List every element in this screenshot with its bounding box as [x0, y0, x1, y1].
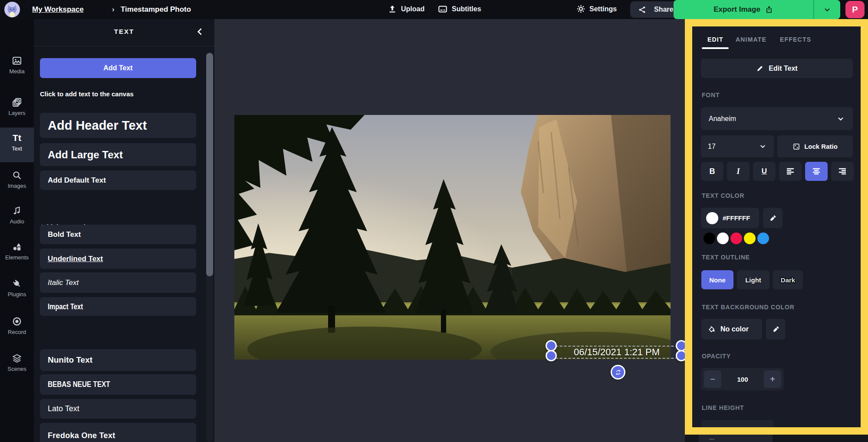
canvas-photo[interactable] [234, 115, 671, 360]
swatch-blue[interactable] [757, 232, 769, 244]
swatch-yellow[interactable] [744, 232, 756, 244]
sidebar-item-layers[interactable]: Layers [0, 97, 34, 116]
fredoka-one-text-card[interactable]: Fredoka One Text [40, 423, 196, 442]
swatch-red[interactable] [730, 232, 742, 244]
card-label: Lato Text [48, 404, 79, 413]
kapwing-logo[interactable] [4, 2, 20, 17]
export-options-menu-button[interactable] [814, 0, 840, 19]
tab-effects[interactable]: EFFECTS [780, 36, 811, 43]
outline-dark-label: Dark [781, 276, 795, 284]
subtitles-button[interactable]: Subtitles [437, 4, 481, 14]
add-text-label: Add Text [103, 64, 132, 72]
align-center-button[interactable] [805, 162, 828, 181]
opacity-label: OPACITY [702, 353, 731, 360]
sidebar-item-scenes[interactable]: Scenes [0, 353, 34, 372]
no-color-button[interactable]: No color [701, 319, 762, 340]
rotate-handle[interactable] [611, 365, 625, 380]
add-default-text-card[interactable]: Add Default Text [40, 170, 196, 190]
edit-text-label: Edit Text [769, 65, 797, 72]
sidebar-item-text[interactable]: Tt Text [0, 133, 34, 152]
export-share-icon [765, 5, 773, 14]
add-text-button[interactable]: Add Text [40, 58, 196, 78]
chevron-down-icon [836, 115, 845, 123]
add-header-text-card[interactable]: Add Header Text [40, 113, 196, 138]
outline-none-label: None [709, 276, 726, 284]
sidebar-item-audio[interactable]: Audio [0, 206, 34, 225]
text-color-eyedropper-button[interactable] [763, 208, 783, 228]
swatch-white[interactable] [717, 232, 729, 244]
sidebar-item-label: Media [9, 68, 24, 75]
align-left-button[interactable] [779, 162, 802, 181]
upload-button[interactable]: Upload [388, 4, 424, 14]
cat-logo-icon [4, 2, 20, 17]
line-height-select[interactable] [701, 420, 774, 435]
resize-handle-left-bottom[interactable] [546, 350, 557, 361]
export-image-button[interactable]: Export Image [674, 0, 813, 19]
opacity-value: 100 [737, 376, 748, 383]
sidebar-item-media[interactable]: Media [0, 56, 34, 75]
underline-button[interactable]: U [753, 162, 776, 181]
bold-glyph: B [710, 167, 715, 176]
bold-text-card[interactable]: Bold Text [40, 225, 196, 244]
lato-text-card[interactable]: Lato Text [40, 399, 196, 419]
edit-panel: EDIT ANIMATE EFFECTS Edit Text FONT Anah… [692, 26, 861, 427]
subtitles-label: Subtitles [452, 5, 481, 13]
scenes-icon [12, 353, 22, 363]
timestamp-text-layer[interactable]: 06/15/2021 1:21 PM [574, 347, 660, 358]
topbar: My Workspace › Timestamped Photo Upload … [0, 0, 868, 19]
no-color-bucket-icon [707, 325, 716, 334]
current-color-circle [706, 212, 718, 224]
nunito-text-card[interactable]: Nunito Text [40, 349, 196, 371]
font-family-select[interactable]: Anaheim [701, 107, 853, 130]
bebas-neue-text-card[interactable]: BEBAS NEUE TEXT [40, 374, 196, 395]
align-right-button[interactable] [831, 162, 854, 181]
plug-icon [12, 278, 22, 289]
sidebar-item-elements[interactable]: Elements [0, 242, 34, 261]
line-height-partial-text: ... [709, 434, 715, 441]
chevron-left-icon [195, 27, 205, 36]
sidebar-item-label: Elements [5, 254, 29, 261]
breadcrumb-workspace-link[interactable]: My Workspace [32, 5, 84, 14]
share-label: Share [654, 6, 673, 13]
elements-shapes-icon [12, 242, 22, 252]
swatch-black[interactable] [704, 232, 715, 244]
opacity-decrease-button[interactable]: − [704, 370, 721, 388]
underlined-text-card[interactable]: Underlined Text [40, 249, 196, 269]
panel-scrollbar-thumb[interactable] [206, 53, 213, 276]
share-icon [638, 6, 646, 14]
italic-button[interactable]: I [727, 162, 750, 181]
lock-ratio-button[interactable]: Lock Ratio [777, 135, 853, 157]
avatar[interactable]: P [845, 1, 865, 18]
font-size-select[interactable]: 17 [701, 135, 774, 157]
collapse-panel-button[interactable] [195, 27, 205, 36]
edit-text-button[interactable]: Edit Text [701, 59, 853, 78]
layers-icon [12, 97, 22, 108]
media-icon [12, 56, 22, 66]
outline-light-button[interactable]: Light [737, 270, 769, 289]
sidebar-item-label: Plugins [8, 291, 26, 298]
text-color-chip[interactable]: #FFFFFF [701, 208, 759, 228]
canvas-area[interactable]: 06/15/2021 1:21 PM [214, 19, 685, 442]
card-label: Underlined Text [48, 255, 103, 263]
line-height-label: LINE HEIGHT [702, 404, 744, 411]
opacity-increase-button[interactable]: + [764, 370, 781, 388]
breadcrumb-project-title[interactable]: Timestamped Photo [121, 5, 191, 14]
text-layer-selection-box[interactable]: 06/15/2021 1:21 PM [551, 346, 682, 359]
sidebar-item-images[interactable]: Images [0, 170, 34, 189]
outline-dark-button[interactable]: Dark [773, 270, 803, 289]
impact-text-card[interactable]: Impact Text [40, 297, 196, 316]
settings-button[interactable]: Settings [576, 4, 617, 13]
add-large-text-card[interactable]: Add Large Text [40, 143, 196, 166]
align-right-icon [837, 166, 848, 177]
background-eyedropper-button[interactable] [766, 319, 786, 340]
rotate-icon [615, 369, 622, 376]
outline-none-button[interactable]: None [701, 270, 733, 289]
tab-animate[interactable]: ANIMATE [736, 36, 766, 43]
tab-edit[interactable]: EDIT [707, 36, 723, 43]
italic-text-card[interactable]: Italic Text [40, 272, 196, 293]
chevron-down-icon [823, 5, 832, 14]
edit-panel-highlight-box: EDIT ANIMATE EFFECTS Edit Text FONT Anah… [685, 19, 868, 435]
sidebar-item-plugins[interactable]: Plugins [0, 278, 34, 298]
sidebar-item-record[interactable]: Record [0, 316, 34, 335]
bold-button[interactable]: B [701, 162, 723, 181]
